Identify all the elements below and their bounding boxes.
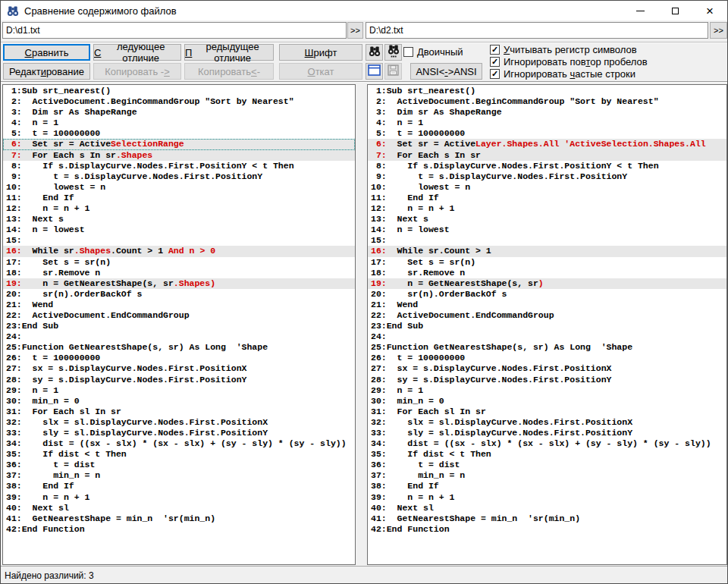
code-line[interactable]: 7: For Each s In sr bbox=[368, 150, 726, 161]
code-line[interactable]: 12: n = n + 1 bbox=[3, 203, 355, 214]
code-line[interactable]: 14: n = lowest bbox=[3, 224, 355, 235]
code-line[interactable]: 19: n = GetNearestShape(s, sr) bbox=[368, 278, 726, 289]
copy-right-button[interactable]: Копировать -> bbox=[93, 63, 181, 80]
ansi-encoding-button[interactable]: ANSI<->ANSI bbox=[410, 63, 482, 80]
left-file-path-input[interactable] bbox=[2, 22, 347, 39]
code-line[interactable]: 42:End Function bbox=[368, 524, 726, 535]
code-line[interactable]: 30: min_n = 0 bbox=[368, 396, 726, 407]
code-line[interactable]: 15: bbox=[368, 235, 726, 246]
code-line[interactable]: 22: ActiveDocument.EndCommandGroup bbox=[368, 310, 726, 321]
code-line[interactable]: 40: Next sl bbox=[3, 503, 355, 513]
code-line[interactable]: 12: n = n + 1 bbox=[368, 203, 726, 214]
previous-difference-button[interactable]: Предыдущее отличие bbox=[184, 44, 274, 61]
code-line[interactable]: 23:End Sub bbox=[368, 321, 726, 331]
code-line[interactable]: 2: ActiveDocument.BeginCommandGroup "Sor… bbox=[3, 96, 355, 107]
copy-left-button[interactable]: Копировать <- bbox=[184, 63, 274, 80]
ignore-repeated-spaces-checkbox[interactable]: ✓ Игнорировать повтор пробелов bbox=[490, 56, 648, 68]
edit-button[interactable]: Редактирование bbox=[3, 63, 90, 80]
code-line[interactable]: 19: n = GetNearestShape(s, sr.Shapes) bbox=[3, 278, 355, 289]
code-line[interactable]: 22: ActiveDocument.EndCommandGroup bbox=[3, 310, 355, 321]
code-line[interactable]: 41: GetNearestShape = min_n 'sr(min_n) bbox=[3, 513, 355, 524]
find-options-button[interactable] bbox=[384, 44, 402, 61]
code-line[interactable]: 31: For Each sl In sr bbox=[3, 407, 355, 417]
code-line[interactable]: 17: Set s = sr(n) bbox=[368, 257, 726, 268]
code-line[interactable]: 6: Set sr = ActiveLayer.Shapes.All 'Acti… bbox=[368, 139, 726, 149]
code-line[interactable]: 40: Next sl bbox=[368, 503, 726, 513]
code-line[interactable]: 38: End If bbox=[3, 481, 355, 491]
code-line[interactable]: 9: t = s.DisplayCurve.Nodes.First.Positi… bbox=[3, 171, 355, 182]
code-line[interactable]: 6: Set sr = ActiveSelectionRange bbox=[3, 139, 355, 149]
code-line[interactable]: 21: Wend bbox=[368, 300, 726, 310]
find-button[interactable] bbox=[366, 44, 383, 61]
code-line[interactable]: 35: If dist < t Then bbox=[3, 449, 355, 460]
code-line[interactable]: 42:End Function bbox=[3, 524, 355, 535]
code-line[interactable]: 35: If dist < t Then bbox=[368, 449, 726, 460]
close-button[interactable]: × bbox=[692, 1, 727, 20]
left-code-pane[interactable]: 1:Sub srt_nearest() 2: ActiveDocument.Be… bbox=[2, 84, 356, 565]
code-line[interactable]: 1:Sub srt_nearest() bbox=[368, 86, 726, 96]
code-line[interactable]: 8: If s.DisplayCurve.Nodes.First.Positio… bbox=[3, 161, 355, 171]
code-line[interactable]: 5: t = 100000000 bbox=[368, 128, 726, 139]
code-line[interactable]: 28: sy = s.DisplayCurve.Nodes.First.Posi… bbox=[3, 375, 355, 385]
right-browse-button[interactable]: >> bbox=[710, 22, 727, 39]
code-line[interactable]: 20: sr(n).OrderBackOf s bbox=[368, 289, 726, 300]
code-line[interactable]: 21: Wend bbox=[3, 300, 355, 310]
code-line[interactable]: 26: t = 100000000 bbox=[3, 353, 355, 363]
code-line[interactable]: 16: While sr.Count > 1 bbox=[368, 246, 726, 256]
code-line[interactable]: 10: lowest = n bbox=[368, 182, 726, 193]
code-line[interactable]: 9: t = s.DisplayCurve.Nodes.First.Positi… bbox=[368, 171, 726, 182]
code-line[interactable]: 34: dist = ((sx - slx) * (sx - slx) + (s… bbox=[3, 438, 355, 449]
code-line[interactable]: 32: slx = sl.DisplayCurve.Nodes.First.Po… bbox=[368, 417, 726, 428]
code-line[interactable]: 2: ActiveDocument.BeginCommandGroup "Sor… bbox=[368, 96, 726, 107]
code-line[interactable]: 20: sr(n).OrderBackOf s bbox=[3, 289, 355, 300]
code-line[interactable]: 18: sr.Remove n bbox=[368, 268, 726, 278]
code-line[interactable]: 11: End If bbox=[3, 193, 355, 203]
code-line[interactable]: 11: End If bbox=[368, 193, 726, 203]
left-browse-button[interactable]: >> bbox=[347, 22, 363, 39]
code-line[interactable]: 31: For Each sl In sr bbox=[368, 407, 726, 417]
code-line[interactable]: 18: sr.Remove n bbox=[3, 268, 355, 278]
code-line[interactable]: 28: sy = s.DisplayCurve.Nodes.First.Posi… bbox=[368, 375, 726, 385]
code-line[interactable]: 5: t = 100000000 bbox=[3, 128, 355, 139]
code-line[interactable]: 37: min_n = n bbox=[3, 470, 355, 481]
code-line[interactable]: 33: sly = sl.DisplayCurve.Nodes.First.Po… bbox=[368, 428, 726, 438]
right-code-pane[interactable]: 1:Sub srt_nearest() 2: ActiveDocument.Be… bbox=[367, 84, 727, 565]
code-line[interactable]: 27: sx = s.DisplayCurve.Nodes.First.Posi… bbox=[3, 363, 355, 374]
font-button[interactable]: Шрифт bbox=[279, 44, 362, 61]
next-difference-button[interactable]: Следующее отличие bbox=[93, 44, 181, 61]
code-line[interactable]: 36: t = dist bbox=[3, 460, 355, 470]
code-line[interactable]: 36: t = dist bbox=[368, 460, 726, 470]
code-line[interactable]: 27: sx = s.DisplayCurve.Nodes.First.Posi… bbox=[368, 363, 726, 374]
code-line[interactable]: 29: n = 1 bbox=[3, 385, 355, 396]
code-line[interactable]: 24: bbox=[368, 331, 726, 342]
code-line[interactable]: 26: t = 100000000 bbox=[368, 353, 726, 363]
code-line[interactable]: 14: n = lowest bbox=[368, 224, 726, 235]
code-line[interactable]: 30: min_n = 0 bbox=[3, 396, 355, 407]
code-line[interactable]: 33: sly = sl.DisplayCurve.Nodes.First.Po… bbox=[3, 428, 355, 438]
code-line[interactable]: 4: n = 1 bbox=[368, 118, 726, 128]
ignore-frequent-lines-checkbox[interactable]: ✓ Игнорировать частые строки bbox=[490, 68, 635, 80]
save-button[interactable] bbox=[384, 63, 402, 80]
code-line[interactable]: 23:End Sub bbox=[3, 321, 355, 331]
code-line[interactable]: 39: n = n + 1 bbox=[3, 492, 355, 503]
code-line[interactable]: 32: slx = sl.DisplayCurve.Nodes.First.Po… bbox=[3, 417, 355, 428]
binary-checkbox[interactable]: Двоичный bbox=[403, 46, 463, 58]
compare-button[interactable]: Сравнить bbox=[3, 44, 90, 61]
code-line[interactable]: 8: If s.DisplayCurve.Nodes.First.Positio… bbox=[368, 161, 726, 171]
code-line[interactable]: 15: bbox=[3, 235, 355, 246]
code-line[interactable]: 37: min_n = n bbox=[368, 470, 726, 481]
code-line[interactable]: 13: Next s bbox=[3, 214, 355, 224]
minimize-button[interactable] bbox=[623, 1, 657, 20]
code-line[interactable]: 34: dist = ((sx - slx) * (sx - slx) + (s… bbox=[368, 438, 726, 449]
code-line[interactable]: 17: Set s = sr(n) bbox=[3, 257, 355, 268]
code-line[interactable]: 7: For Each s In sr.Shapes bbox=[3, 150, 355, 161]
case-sensitive-checkbox[interactable]: ✓ Учитывать регистр символов bbox=[490, 44, 637, 55]
code-line[interactable]: 29: n = 1 bbox=[368, 385, 726, 396]
right-file-path-input[interactable] bbox=[366, 22, 708, 39]
code-line[interactable]: 1:Sub srt_nearest() bbox=[3, 86, 355, 96]
code-line[interactable]: 4: n = 1 bbox=[3, 118, 355, 128]
code-line[interactable]: 24: bbox=[3, 331, 355, 342]
code-line[interactable]: 16: While sr.Shapes.Count > 1 And n > 0 bbox=[3, 246, 355, 256]
code-line[interactable]: 13: Next s bbox=[368, 214, 726, 224]
code-line[interactable]: 3: Dim sr As ShapeRange bbox=[368, 107, 726, 118]
